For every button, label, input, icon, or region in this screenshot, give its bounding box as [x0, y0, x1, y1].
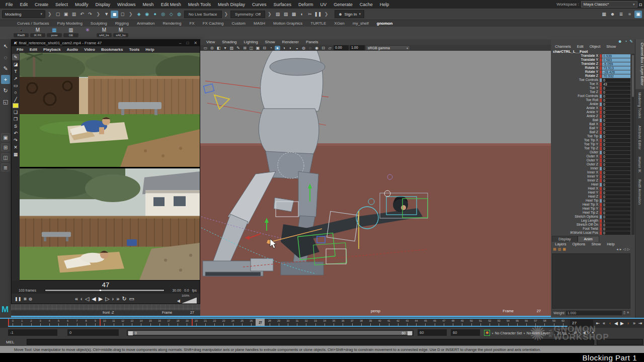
- snap-grid-icon[interactable]: ◈: [135, 11, 143, 18]
- timeline-frame-43[interactable]: 43: [403, 319, 412, 326]
- channel-row-ankle-x[interactable]: Ankle X0: [551, 106, 630, 110]
- channel-row-inner-x[interactable]: Inner X0: [551, 170, 630, 174]
- timeline-frame-53[interactable]: 53: [494, 319, 503, 326]
- timeline-frame-10[interactable]: 10: [100, 319, 109, 326]
- menu-item[interactable]: Mesh Display: [214, 1, 249, 8]
- volume-slider[interactable]: [182, 298, 197, 304]
- playlist-icon[interactable]: ≣: [23, 297, 27, 301]
- channel-value[interactable]: 0: [602, 139, 630, 142]
- channel-row-outer-y[interactable]: Outer Y0: [551, 158, 630, 162]
- timeline-frame-42[interactable]: 42: [393, 319, 403, 326]
- channel-value[interactable]: 0: [602, 123, 630, 126]
- channel-value[interactable]: 70.932: [602, 74, 630, 78]
- snap-point-icon[interactable]: ●: [151, 11, 159, 18]
- loop-button[interactable]: ↻: [122, 294, 126, 303]
- shelf-item-GE[interactable]: ▥GE: [63, 27, 79, 39]
- player-menu-item[interactable]: Help: [142, 47, 157, 52]
- paint-effects-icon[interactable]: ✂: [306, 11, 314, 18]
- speed-icon[interactable]: ◔: [624, 39, 627, 44]
- viewport-menu-item[interactable]: Shading: [218, 40, 240, 44]
- tab-anim[interactable]: Anim: [578, 236, 599, 242]
- timeline-frame-36[interactable]: 36: [338, 319, 347, 326]
- channel-value[interactable]: 0: [602, 223, 630, 227]
- channel-value[interactable]: 0: [602, 227, 630, 231]
- channel-row-rotate-y[interactable]: Rotate Y-28.426: [551, 70, 630, 74]
- channel-row-ankle-z[interactable]: Ankle Z0: [551, 114, 630, 118]
- panel-toggle-icon[interactable]: ▣: [634, 11, 642, 18]
- channel-value[interactable]: 0: [602, 171, 630, 174]
- timeline-frame-50[interactable]: 50: [466, 319, 475, 326]
- rotate-tool-icon[interactable]: ↻: [1, 86, 10, 95]
- channel-value[interactable]: -28.426: [602, 70, 630, 74]
- pencil-tool-icon[interactable]: ✎: [12, 54, 19, 60]
- layout-toggle-icon[interactable]: ❚❚: [15, 297, 21, 301]
- hypershade-icon[interactable]: ◐: [298, 11, 306, 18]
- sidetab-human-ik[interactable]: Human IK: [638, 153, 641, 176]
- animation-end-field[interactable]: 60: [451, 329, 480, 336]
- channel-value[interactable]: 0: [602, 99, 630, 102]
- timeline-frame-11[interactable]: 11: [109, 319, 118, 326]
- menu-item[interactable]: Cache: [356, 1, 376, 8]
- render-view-icon[interactable]: ▧: [274, 11, 282, 18]
- play-forward-button[interactable]: ▶: [619, 321, 625, 326]
- timeline-frame-19[interactable]: 19: [182, 319, 191, 326]
- workspace-select[interactable]: Maya Classic*▾: [581, 1, 637, 8]
- rectangle-tool-icon[interactable]: ▭: [12, 82, 19, 88]
- channel-value[interactable]: 0: [602, 111, 630, 114]
- undo-icon[interactable]: ↶: [12, 130, 19, 136]
- gamma-field[interactable]: 1.00: [350, 45, 365, 50]
- redo-icon[interactable]: ↷: [87, 11, 94, 18]
- channel-row-heel-tip-x[interactable]: Heel Tip X0: [551, 203, 630, 207]
- scale-tool-icon[interactable]: ◱: [1, 97, 10, 106]
- channel-row-heel-y[interactable]: Heel Y0: [551, 191, 630, 195]
- clear-all-icon[interactable]: ▦: [12, 151, 19, 157]
- redo-icon[interactable]: ↷: [12, 137, 19, 143]
- snap-view-plane-icon[interactable]: ◇: [168, 11, 175, 18]
- channel-row-heel-tip-y[interactable]: Heel Tip Y0: [551, 207, 630, 211]
- timeline-frame-1[interactable]: 1: [17, 319, 26, 326]
- pose-icon[interactable]: ☻: [618, 39, 622, 44]
- channel-row-heel-x[interactable]: Heel X0: [551, 187, 630, 191]
- go-to-start-button[interactable]: «: [75, 294, 78, 303]
- menu-item[interactable]: Mesh: [139, 1, 157, 8]
- xray-icon[interactable]: ▱: [327, 46, 333, 50]
- timeline-frame-41[interactable]: 41: [384, 319, 393, 326]
- timeline-frame-44[interactable]: 44: [412, 319, 421, 326]
- viewport-menu-item[interactable]: View: [203, 40, 218, 44]
- player-timeline-scrubber[interactable]: [45, 289, 165, 292]
- new-scene-icon[interactable]: ▢: [54, 11, 62, 18]
- range-slider-range[interactable]: [128, 331, 413, 335]
- channel-row-outer-z[interactable]: Outer Z0: [551, 162, 630, 166]
- grease-pencil-icon[interactable]: ✎: [235, 46, 241, 50]
- paste-frame-icon[interactable]: ❐: [12, 116, 19, 122]
- channel-value[interactable]: 0: [602, 203, 630, 207]
- player-menu-item[interactable]: File: [14, 47, 27, 52]
- timeline-frame-32[interactable]: 32: [301, 319, 310, 326]
- timeline-frame-39[interactable]: 39: [366, 319, 375, 326]
- channel-row-heel-tip[interactable]: Heel Tip0: [551, 199, 630, 203]
- timeline-frame-26[interactable]: 26: [247, 319, 256, 326]
- lock-camera-icon[interactable]: ◘: [209, 46, 215, 50]
- channel-row-inner[interactable]: Inner0: [551, 166, 630, 170]
- channel-value[interactable]: 0: [602, 86, 630, 90]
- timeline-frame-58[interactable]: 58: [540, 319, 549, 326]
- step-forward-button[interactable]: ▷: [105, 294, 109, 303]
- step-forward-frame-button[interactable]: »: [631, 321, 637, 326]
- playback-loop-icon[interactable]: ⇄: [574, 331, 577, 335]
- timeline-frame-18[interactable]: 18: [173, 319, 182, 326]
- timeline-frame-4[interactable]: 4: [45, 319, 54, 326]
- bookmarks-icon[interactable]: ▾: [222, 46, 228, 50]
- timeline-frame-12[interactable]: 12: [118, 319, 127, 326]
- shelf-tab[interactable]: FX: [185, 21, 198, 26]
- shelf-tab[interactable]: Poly Modeling: [53, 21, 87, 26]
- menu-item[interactable]: Curves: [249, 1, 270, 8]
- timeline-frame-48[interactable]: 48: [448, 319, 457, 326]
- next-bookmark-button[interactable]: ›: [112, 294, 114, 303]
- shelf-tab-gnomon[interactable]: gnomon: [373, 21, 397, 26]
- channel-value[interactable]: 0: [602, 199, 630, 203]
- go-to-end-button[interactable]: »: [116, 294, 119, 303]
- timeline-frame-28[interactable]: 28: [265, 319, 274, 326]
- timeline-frame-7[interactable]: 7: [72, 319, 82, 326]
- channel-row-toe-roll[interactable]: Toe Roll0: [551, 98, 630, 102]
- channel-row-outer-x[interactable]: Outer X0: [551, 154, 630, 158]
